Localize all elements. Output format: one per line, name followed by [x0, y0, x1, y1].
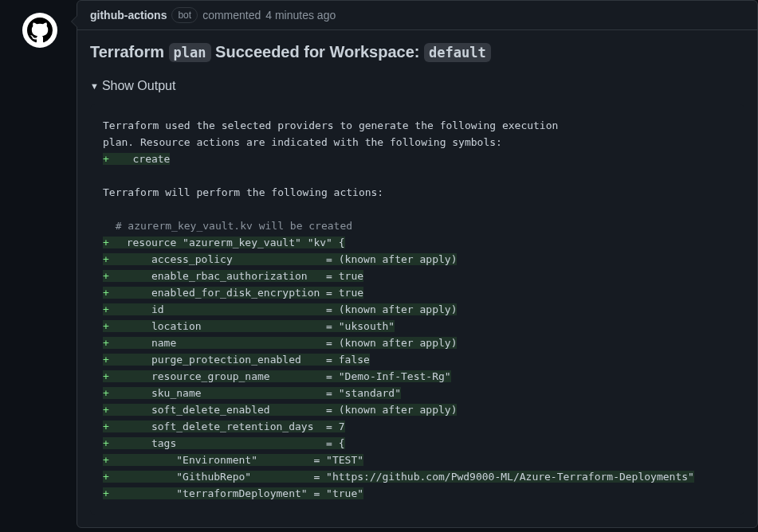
diff-line: + resource_group_name = "Demo-Inf-Test-R…	[103, 368, 732, 385]
github-mark-icon	[27, 18, 53, 43]
comment-body: Terraform plan Succeeded for Workspace: …	[77, 30, 757, 527]
diff-line: + sku_name = "standard"	[103, 385, 732, 401]
diff-line: + "terraformDeployment" = "true"	[103, 485, 732, 502]
will-perform-line: Terraform will perform the following act…	[103, 186, 383, 198]
plus-icon: +	[103, 468, 114, 485]
plus-icon: +	[103, 318, 114, 334]
show-output-label: Show Output	[102, 79, 176, 93]
title-middle: Succeeded for Workspace:	[215, 43, 419, 61]
plus-icon: +	[103, 334, 114, 351]
plus-icon: +	[103, 435, 114, 452]
comment-column: github-actions bot commented 4 minutes a…	[64, 0, 758, 528]
terraform-output-block: Terraform used the selected providers to…	[90, 104, 744, 514]
diff-line: + enable_rbac_authorization = true	[103, 268, 732, 284]
comment-header: github-actions bot commented 4 minutes a…	[77, 1, 757, 30]
legend-create: create	[132, 153, 170, 165]
diff-line: + id = (known after apply)	[103, 301, 732, 318]
avatar-column	[0, 0, 64, 528]
diff-line: + name = (known after apply)	[103, 334, 732, 351]
resource-comment: # azurerm_key_vault.kv will be created	[116, 220, 352, 232]
comment-box: github-actions bot commented 4 minutes a…	[77, 0, 758, 528]
plus-icon: +	[103, 301, 114, 318]
plus-icon: +	[103, 401, 114, 418]
title-code-plan: plan	[169, 43, 211, 62]
output-details: ▼ Show Output Terraform used the selecte…	[90, 76, 744, 514]
disclosure-triangle-icon: ▼	[90, 81, 99, 91]
plus-icon: +	[103, 151, 114, 167]
diff-line: + "GithubRepo" = "https://github.com/Pwd…	[103, 468, 732, 485]
diff-line: + enabled_for_disk_encryption = true	[103, 284, 732, 301]
diff-line: + soft_delete_enabled = (known after app…	[103, 401, 732, 418]
title-code-workspace: default	[424, 43, 491, 62]
intro-line-2: plan. Resource actions are indicated wit…	[103, 136, 502, 148]
plus-icon: +	[103, 485, 114, 502]
comment-title: Terraform plan Succeeded for Workspace: …	[90, 43, 744, 61]
plus-icon: +	[103, 268, 114, 284]
comment-author-link[interactable]: github-actions	[90, 9, 167, 22]
plus-icon: +	[103, 234, 114, 251]
plus-icon: +	[103, 251, 114, 268]
title-prefix: Terraform	[90, 43, 164, 61]
comment-timestamp-link[interactable]: 4 minutes ago	[265, 9, 336, 22]
github-actions-avatar[interactable]	[22, 13, 57, 48]
bot-badge: bot	[171, 7, 198, 23]
comment-pointer-icon	[71, 15, 77, 28]
show-output-toggle[interactable]: ▼ Show Output	[90, 76, 744, 96]
diff-line: + tags = {	[103, 435, 732, 452]
plus-icon: +	[103, 351, 114, 368]
plus-icon: +	[103, 452, 114, 468]
intro-line-1: Terraform used the selected providers to…	[103, 119, 558, 131]
diff-line: + location = "uksouth"	[103, 318, 732, 334]
plus-icon: +	[103, 368, 114, 385]
plus-icon: +	[103, 284, 114, 301]
comment-action-text: commented	[202, 9, 261, 22]
diff-line: + access_policy = (known after apply)	[103, 251, 732, 268]
diff-rows: + resource "azurerm_key_vault" "kv" {+ a…	[103, 234, 732, 502]
plus-icon: +	[103, 418, 114, 435]
comment-container: github-actions bot commented 4 minutes a…	[0, 0, 758, 528]
diff-line: + "Environment" = "TEST"	[103, 452, 732, 468]
diff-line: + purge_protection_enabled = false	[103, 351, 732, 368]
diff-line: + soft_delete_retention_days = 7	[103, 418, 732, 435]
plus-icon: +	[103, 385, 114, 401]
diff-line: + resource "azurerm_key_vault" "kv" {	[103, 234, 732, 251]
